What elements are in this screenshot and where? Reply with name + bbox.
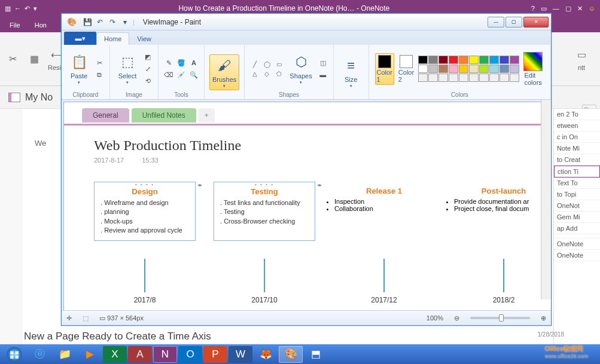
color1-button[interactable]: Color 1 <box>375 53 394 85</box>
page-list-item[interactable]: etween <box>554 120 600 131</box>
resize-icon[interactable]: ⤢ <box>142 64 153 74</box>
color-swatch[interactable] <box>459 65 468 73</box>
color-swatch[interactable] <box>418 56 428 64</box>
page-list-item[interactable]: OneNot <box>554 200 600 212</box>
paste-button[interactable]: 📋Paste▾ <box>66 51 92 87</box>
outline-icon[interactable]: ◫ <box>318 58 328 68</box>
text-icon[interactable]: A <box>188 58 199 68</box>
color-swatch[interactable] <box>428 74 438 82</box>
color-swatch[interactable] <box>489 56 499 64</box>
tab-file[interactable]: File <box>6 19 24 32</box>
zoom-in-button[interactable]: ⊕ <box>541 314 546 322</box>
page-list-item[interactable]: en 2 To <box>554 109 600 120</box>
select-button[interactable]: ⬚Select▾ <box>115 51 140 87</box>
pencil-icon[interactable]: ✎ <box>163 58 174 68</box>
color-swatch[interactable] <box>489 65 499 73</box>
qat-custom-icon[interactable]: ▾ <box>120 17 130 27</box>
picker-icon[interactable]: 💉 <box>176 70 187 79</box>
page-list-item[interactable]: OneNote <box>554 250 600 261</box>
color-swatch[interactable] <box>510 65 519 73</box>
start-button[interactable] <box>2 345 26 363</box>
page-list-item[interactable]: to Topi <box>554 189 600 200</box>
tb-word[interactable]: W <box>229 346 252 363</box>
zoom-slider[interactable] <box>470 317 530 319</box>
shapes-gallery[interactable]: ╱◯▭△◇⬠ <box>249 60 284 78</box>
tb-media[interactable]: ▶ <box>78 346 102 363</box>
page-list-item[interactable] <box>554 234 600 238</box>
color-swatch[interactable] <box>428 65 438 73</box>
color-swatch[interactable] <box>438 74 448 82</box>
save-icon[interactable]: 💾 <box>82 17 93 27</box>
minimize-icon[interactable]: — <box>553 5 559 13</box>
help-icon[interactable]: ? <box>531 5 535 13</box>
notebook-icon[interactable] <box>8 93 20 102</box>
edit-colors-button[interactable]: Edit colors <box>522 50 544 88</box>
undo-icon[interactable]: ↶ <box>95 17 105 27</box>
tb-ie[interactable]: ⓔ <box>28 346 51 363</box>
page-list-item[interactable]: ction Ti <box>554 166 600 178</box>
crop-icon[interactable]: ◩ <box>142 52 153 62</box>
page-list-item[interactable]: Gem Mi <box>554 212 600 223</box>
page-list[interactable]: en 2 Toetweenc in OnNote Mito Creatction… <box>553 109 600 344</box>
color-swatch[interactable] <box>428 56 438 64</box>
color-swatch[interactable] <box>479 74 489 82</box>
grid-icon[interactable]: ▦ <box>26 51 42 67</box>
page-list-item[interactable]: Text To <box>554 178 600 189</box>
color-swatch[interactable] <box>500 65 509 73</box>
tab-home[interactable]: Home <box>96 32 129 45</box>
notebook-name[interactable]: My No <box>25 92 53 103</box>
color2-button[interactable]: Color 2 <box>397 53 416 85</box>
file-tab[interactable]: ▬▾ <box>64 32 96 45</box>
redo-icon[interactable]: ↷ <box>107 17 118 27</box>
color-swatch[interactable] <box>459 74 468 82</box>
minimize-button[interactable]: — <box>488 17 504 27</box>
fill-shape-icon[interactable]: ▬ <box>318 70 328 79</box>
close-icon[interactable]: ✕ <box>577 5 583 13</box>
rb-ic1[interactable]: ▭ <box>574 47 589 63</box>
vertical-scrollbar[interactable] <box>541 100 551 299</box>
page-list-item[interactable]: ap Add <box>554 223 600 234</box>
fill-icon[interactable]: 🪣 <box>176 58 187 68</box>
undo-icon[interactable]: ↶ <box>25 5 30 13</box>
cut-icon[interactable]: ✂ <box>94 58 105 68</box>
ribbon-opts-icon[interactable]: ▭ <box>541 5 547 13</box>
copy-icon[interactable]: ⧉ <box>94 70 105 79</box>
color-swatch[interactable] <box>479 65 489 73</box>
tb-excel[interactable]: X <box>103 346 127 363</box>
color-swatch[interactable] <box>418 74 428 82</box>
taskbar[interactable]: ⓔ 📁 ▶ X A N O P W 🦊 🎨 ⬒ <box>0 344 600 364</box>
color-swatch[interactable] <box>449 65 458 73</box>
page-list-item[interactable]: to Creat <box>554 154 600 166</box>
canvas[interactable]: General Unfiled Notes + Web Production T… <box>64 102 551 311</box>
shapes-button[interactable]: ⬡Shapes▾ <box>287 51 315 87</box>
color-swatch[interactable] <box>449 56 458 64</box>
tb-access[interactable]: A <box>128 346 152 363</box>
page-list-item[interactable]: Note Mi <box>554 143 600 154</box>
color-swatch[interactable] <box>438 65 448 73</box>
tb-paint[interactable]: 🎨 <box>279 346 303 363</box>
color-swatch[interactable] <box>510 74 519 82</box>
close-button[interactable]: ✕ <box>523 17 549 27</box>
size-button[interactable]: ≡Size▾ <box>339 54 364 90</box>
cut-icon[interactable]: ✂ <box>5 51 20 67</box>
color-swatch[interactable] <box>469 74 479 82</box>
page-list-item[interactable]: OneNote <box>554 238 600 250</box>
maximize-icon[interactable]: ▢ <box>565 5 571 13</box>
brushes-button[interactable]: 🖌Brushes▾ <box>209 54 239 90</box>
tb-firefox[interactable]: 🦊 <box>254 346 278 363</box>
tb-app[interactable]: ⬒ <box>304 346 328 363</box>
color-swatch[interactable] <box>510 56 519 64</box>
tb-explorer[interactable]: 📁 <box>53 346 77 363</box>
page-list-item[interactable]: c in On <box>554 131 600 143</box>
tb-onenote[interactable]: N <box>153 346 177 363</box>
zoom-out-button[interactable]: ⊖ <box>454 314 459 322</box>
tab-home[interactable]: Hon <box>31 19 50 32</box>
maximize-button[interactable]: ▢ <box>505 17 522 27</box>
color-swatch[interactable] <box>500 74 509 82</box>
color-swatch[interactable] <box>418 65 428 73</box>
smiley-icon[interactable]: ☺ <box>589 5 595 13</box>
color-swatch[interactable] <box>469 56 479 64</box>
eraser-icon[interactable]: ⌫ <box>163 70 174 79</box>
tab-view[interactable]: View <box>129 32 159 45</box>
paint-canvas-area[interactable]: General Unfiled Notes + Web Production T… <box>62 100 551 311</box>
